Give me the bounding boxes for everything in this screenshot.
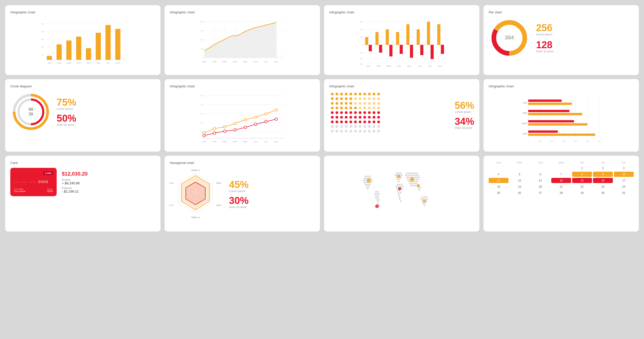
svg-point-151 — [354, 97, 357, 100]
circle-pct-2: 50% — [57, 113, 76, 123]
cal-day-19[interactable]: 19 — [510, 184, 529, 189]
svg-point-147 — [335, 97, 338, 100]
svg-point-223 — [331, 130, 334, 133]
svg-point-357 — [418, 175, 419, 176]
svg-text:400: 400 — [574, 140, 577, 142]
svg-point-331 — [398, 186, 400, 187]
donut-chart-svg: 384 — [489, 17, 530, 59]
svg-rect-247 — [528, 110, 570, 112]
pie-label-1: Lorem ipsum — [536, 33, 554, 36]
dot-matrix-svg — [329, 91, 381, 138]
cal-day-12[interactable]: 12 — [510, 178, 529, 183]
cal-day-4[interactable]: 4 — [489, 172, 509, 177]
cal-day-2[interactable]: 2 — [593, 166, 613, 171]
svg-text:MAR: MAR — [223, 61, 227, 63]
svg-text:0: 0 — [528, 140, 529, 142]
card-holder-name: Your Name — [14, 190, 26, 193]
svg-point-330 — [396, 186, 397, 187]
cal-day-5[interactable]: 5 — [510, 172, 529, 177]
svg-point-118 — [275, 109, 278, 111]
svg-point-299 — [367, 188, 369, 189]
pie-stat-1: 256 Lorem ipsum — [536, 23, 554, 36]
cal-day-13[interactable]: 13 — [530, 178, 550, 183]
circle-stats: 75% Lorem ipsum 50% Dolor sit amet — [57, 97, 76, 126]
cal-header-sat: SAT — [614, 161, 634, 164]
cal-day-17[interactable]: 17 — [614, 178, 634, 183]
cal-day-26[interactable]: 26 — [510, 190, 529, 195]
svg-point-381 — [412, 185, 414, 186]
svg-rect-77 — [427, 22, 430, 45]
svg-point-301 — [377, 191, 379, 193]
cal-day-9[interactable]: 9 — [593, 172, 613, 177]
cal-day-24[interactable]: 24 — [614, 184, 634, 189]
card-expiry-value: 00/00 — [47, 190, 53, 193]
cal-day-8[interactable]: 8 — [572, 172, 592, 177]
svg-point-220 — [368, 125, 371, 128]
svg-point-204 — [345, 120, 348, 123]
svg-point-180 — [335, 111, 338, 114]
svg-text:500: 500 — [586, 140, 589, 142]
svg-point-329 — [401, 184, 403, 185]
cal-day-29[interactable]: 29 — [572, 190, 592, 195]
svg-rect-251 — [528, 130, 558, 133]
svg-point-398 — [423, 202, 424, 204]
svg-rect-18 — [115, 29, 121, 60]
svg-point-354 — [411, 175, 413, 176]
card-expiry-info: Expiry 00/00 — [47, 188, 53, 193]
svg-point-333 — [402, 186, 404, 187]
svg-point-388 — [422, 196, 423, 198]
cal-day-1[interactable]: 1 — [572, 166, 592, 171]
svg-point-303 — [376, 193, 378, 195]
svg-point-201 — [331, 120, 334, 123]
map-dots-north-america — [363, 176, 373, 189]
cal-day-23[interactable]: 23 — [593, 184, 613, 189]
cal-day-22[interactable]: 22 — [572, 184, 592, 189]
cal-day-10[interactable]: 10 — [614, 172, 634, 177]
svg-text:MAY: MAY — [243, 140, 248, 143]
map-marker-6 — [375, 204, 379, 208]
cal-day-15[interactable]: 15 — [572, 178, 592, 183]
svg-text:600: 600 — [598, 140, 601, 142]
cal-day-18[interactable]: 18 — [489, 184, 509, 189]
svg-point-378 — [413, 183, 415, 184]
svg-point-227 — [349, 130, 352, 133]
cal-day-31[interactable]: 31 — [614, 190, 634, 195]
svg-point-200 — [377, 116, 380, 119]
hex-pct-1: 45% — [229, 180, 249, 189]
expense-row: Expense - $2,199.21 — [62, 187, 88, 193]
svg-point-356 — [416, 175, 417, 176]
svg-point-222 — [377, 125, 380, 128]
cal-day-6[interactable]: 6 — [530, 172, 550, 177]
pie-stats: 256 Lorem ipsum 128 Dolor sit amet — [536, 23, 554, 53]
cal-day-27[interactable]: 27 — [530, 190, 550, 195]
svg-point-136 — [335, 93, 338, 95]
cal-day-16[interactable]: 16 — [593, 178, 613, 183]
svg-text:JUN: JUN — [254, 61, 258, 63]
cal-day-21[interactable]: 21 — [551, 184, 571, 189]
cal-day-3[interactable]: 3 — [614, 166, 634, 171]
svg-text:50: 50 — [41, 23, 44, 25]
svg-text:80: 80 — [201, 21, 203, 23]
cal-day-28[interactable]: 28 — [551, 190, 571, 195]
cal-day-30[interactable]: 30 — [593, 190, 613, 195]
svg-point-170 — [340, 106, 343, 109]
svg-point-224 — [335, 130, 338, 133]
svg-point-143 — [368, 93, 371, 95]
cal-day-20[interactable]: 20 — [530, 184, 550, 189]
svg-rect-78 — [431, 45, 434, 59]
svg-point-332 — [400, 186, 402, 187]
svg-text:FEB: FEB — [213, 61, 217, 63]
cal-day-7[interactable]: 7 — [551, 172, 571, 177]
svg-point-194 — [349, 116, 352, 119]
svg-point-377 — [411, 183, 413, 184]
card-amounts: $12,030.20 Income + $6,240.98 Expense - … — [62, 171, 88, 193]
cal-day-14[interactable]: 14 — [551, 178, 571, 183]
svg-text:40: 40 — [360, 28, 363, 31]
svg-text:40: 40 — [201, 39, 203, 41]
map-marker-3 — [410, 177, 414, 181]
svg-rect-248 — [528, 113, 582, 115]
svg-point-142 — [363, 93, 366, 95]
cal-day-11[interactable]: 11 — [489, 178, 509, 183]
svg-point-121 — [224, 130, 226, 133]
cal-day-25[interactable]: 25 — [489, 190, 509, 195]
